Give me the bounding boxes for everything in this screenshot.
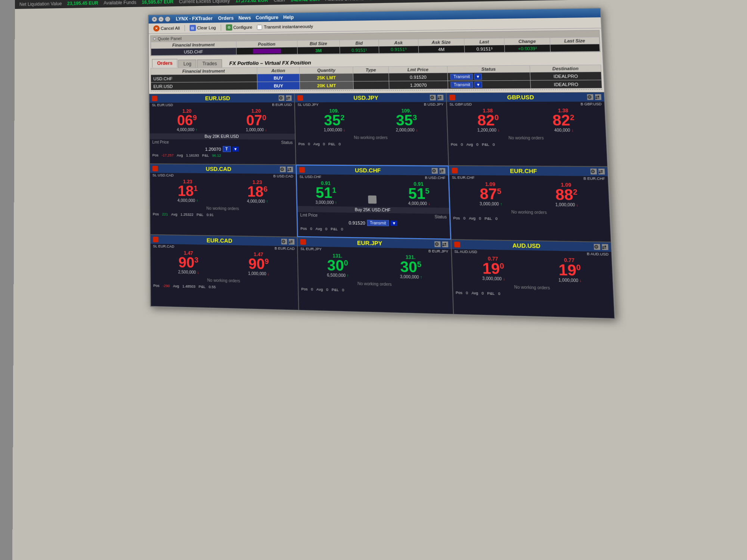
- menu-news[interactable]: News: [238, 15, 251, 21]
- usdcad-settings-icon[interactable]: ⚙: [280, 167, 286, 172]
- audusd-close-icon[interactable]: [454, 242, 460, 248]
- gbpusd-tile-icons: ⚙ ⇄: [587, 94, 601, 100]
- usdjpy-settings-icon[interactable]: ⚙: [430, 95, 436, 100]
- usdcad-pnl-val: 0.91: [207, 213, 214, 217]
- gbpusd-settings-icon[interactable]: ⚙: [587, 94, 593, 100]
- eurchf-prices: 1.09 875 3,000,000 ↑ 1.09 882 1,000,000 …: [449, 180, 609, 209]
- gbpusd-avg-val: 0: [476, 143, 478, 147]
- eurchf-settings-icon[interactable]: ⚙: [591, 169, 597, 175]
- eurusd-lmt-row: Lmt Price Status: [150, 139, 295, 146]
- transmit-dropdown-2[interactable]: ▼: [474, 82, 482, 88]
- usdjpy-swap-icon[interactable]: ⇄: [437, 95, 443, 100]
- tab-trades[interactable]: Trades: [197, 59, 222, 68]
- maximize-button[interactable]: □: [165, 16, 170, 22]
- clear-log-button[interactable]: ▤ Clear Log: [188, 24, 217, 32]
- eurjpy-ask-block[interactable]: 131. 305 3,000,000 ↑: [399, 255, 422, 279]
- eurusd-close-icon[interactable]: [152, 96, 158, 101]
- quote-col-ask-size: Ask Size: [418, 38, 464, 46]
- usdcad-swap-icon[interactable]: ⇄: [287, 167, 293, 172]
- eurusd-lmt-val: 1.20070: [205, 147, 221, 152]
- eurcad-ask-block[interactable]: 1.47 909 1,000,000 ↓: [248, 252, 269, 276]
- eurcad-bid-vol: 2,500,000 ↓: [178, 270, 199, 275]
- usdchf-ask-main: 515: [408, 185, 430, 202]
- eurusd-transmit-btn[interactable]: T: [223, 146, 231, 152]
- gbpusd-swap-icon[interactable]: ⇄: [595, 94, 601, 100]
- usdcad-ask-block[interactable]: 1.23 186 4,000,000 ↑: [247, 180, 268, 204]
- usdchf-hand-icon: [368, 196, 376, 204]
- menu-orders[interactable]: Orders: [218, 15, 234, 21]
- eurjpy-bid-block[interactable]: 131. 300 6,500,000 ↑: [326, 253, 349, 278]
- audusd-settings-icon[interactable]: ⚙: [594, 244, 600, 250]
- usdchf-avg-label: Avg: [316, 227, 322, 231]
- gbpusd-sublabels: SL GBP.USD B GBP.USD: [447, 102, 604, 107]
- usdjpy-close-icon[interactable]: [297, 95, 303, 101]
- menu-help[interactable]: Help: [283, 15, 294, 20]
- eurchf-b-label: B EUR.CHF: [583, 177, 605, 181]
- quote-ask: 0.9151⁵: [379, 46, 419, 53]
- usdchf-transmit-btn[interactable]: Transmit: [367, 220, 389, 226]
- audusd-pair-title: AUD.USD: [512, 242, 541, 249]
- usdchf-close-icon[interactable]: [299, 167, 305, 173]
- menu-configure[interactable]: Configure: [255, 15, 278, 21]
- quote-col-bid: Bid: [340, 40, 379, 47]
- usdjpy-avg-label: Avg: [313, 142, 320, 146]
- eurjpy-close-icon[interactable]: [300, 239, 306, 245]
- eurjpy-pos-val: 0: [311, 287, 313, 291]
- eurjpy-swap-icon[interactable]: ⇄: [442, 242, 448, 248]
- transmit-checkbox[interactable]: [257, 25, 262, 30]
- eurchf-close-icon[interactable]: [452, 168, 458, 173]
- eurusd-swap-icon[interactable]: ⇄: [286, 95, 292, 101]
- gbpusd-ask-block[interactable]: 1.38 822 400,000 ↓: [552, 108, 575, 133]
- eurusd-bid-block[interactable]: 1.20 069 4,000,000 ↑: [177, 109, 198, 132]
- usdcad-prices: 1.23 181 4,000,000 ↑ 1.23 186 4,000,000 …: [150, 177, 296, 205]
- eurcad-settings-icon[interactable]: ⚙: [281, 239, 287, 245]
- tab-orders[interactable]: Orders: [152, 59, 178, 68]
- gbpusd-bid-block[interactable]: 1.38 820 1,200,000 ↓: [477, 108, 500, 132]
- audusd-bid-vol: 3,000,000 ↓: [482, 276, 505, 281]
- usdchf-dropdown[interactable]: ▼: [391, 221, 397, 226]
- tab-log[interactable]: Log: [178, 59, 196, 68]
- eurjpy-avg-val: 0: [326, 287, 328, 292]
- configure-button[interactable]: ⚙ Configure: [224, 23, 254, 31]
- eurcad-bid-block[interactable]: 1.47 903 2,500,000 ↓: [178, 251, 199, 274]
- transmit-btn-2[interactable]: Transmit: [451, 82, 473, 88]
- order-qty-2: 20K LMT: [300, 81, 353, 90]
- eurcad-swap-icon[interactable]: ⇄: [289, 239, 295, 245]
- eurcad-close-icon[interactable]: [153, 237, 158, 242]
- audusd-b-label: B AUD.USD: [587, 252, 609, 256]
- usdchf-swap-icon[interactable]: ⇄: [439, 168, 445, 174]
- order-destination-2: IDEALPRO: [530, 80, 602, 88]
- usdchf-settings-icon[interactable]: ⚙: [431, 168, 437, 174]
- usdchf-bid-block[interactable]: 0.91 511 3,000,000 ↑: [315, 181, 337, 205]
- usdchf-ask-block[interactable]: 0.91 515 4,000,000 ↓: [407, 181, 430, 206]
- audusd-ask-block[interactable]: 0.77 190 1,000,000 ↓: [558, 258, 582, 283]
- eurchf-bid-block[interactable]: 1.09 875 3,000,000 ↑: [479, 182, 502, 206]
- cancel-all-button[interactable]: ✕ Cancel All: [152, 24, 181, 32]
- gbpusd-avg-label: Avg: [466, 143, 473, 147]
- usdcad-bid-block[interactable]: 1.23 181 4,000,000 ↑: [177, 179, 198, 203]
- audusd-bid-block[interactable]: 0.77 190 3,000,000 ↓: [481, 256, 505, 281]
- eurusd-dropdown[interactable]: ▼: [232, 146, 239, 152]
- usdjpy-sl-label: SL USD.JPY: [298, 103, 319, 107]
- order-type-2: [353, 81, 389, 89]
- usdchf-pos-val: 0: [310, 227, 312, 231]
- page-wrapper: Dow ange tatus .0056⁰ .0023⁸ .0015¹ .001…: [0, 0, 747, 560]
- transmit-btn-1[interactable]: Transmit: [450, 74, 473, 80]
- eurusd-settings-icon[interactable]: ⚙: [279, 95, 284, 101]
- fx-tile-usdcad-header: USD.CAD ⚙ ⇄: [150, 164, 296, 174]
- usdjpy-ask-block[interactable]: 109. 353 2,000,000 ↓: [395, 109, 418, 133]
- audusd-swap-icon[interactable]: ⇄: [602, 244, 608, 250]
- quote-last: 0.9151³: [464, 45, 505, 52]
- usdjpy-bid-block[interactable]: 109. 352 1,000,000 ↓: [323, 109, 345, 132]
- eurusd-ask-block[interactable]: 1.20 070 1,000,000 ↓: [245, 109, 267, 132]
- minimize-button[interactable]: −: [158, 16, 164, 22]
- gbpusd-close-icon[interactable]: [449, 95, 455, 100]
- usdcad-close-icon[interactable]: [152, 166, 158, 171]
- usdjpy-pnl-val: 0: [338, 142, 341, 146]
- fx-tile-gbpusd-header: GBP.USD ⚙ ⇄: [446, 93, 604, 102]
- transmit-dropdown-1[interactable]: ▼: [474, 74, 482, 80]
- eurchf-ask-block[interactable]: 1.09 882 1,000,000 ↓: [554, 183, 579, 207]
- eurchf-swap-icon[interactable]: ⇄: [598, 169, 605, 175]
- eurjpy-settings-icon[interactable]: ⚙: [434, 241, 441, 247]
- close-button[interactable]: ×: [152, 16, 157, 22]
